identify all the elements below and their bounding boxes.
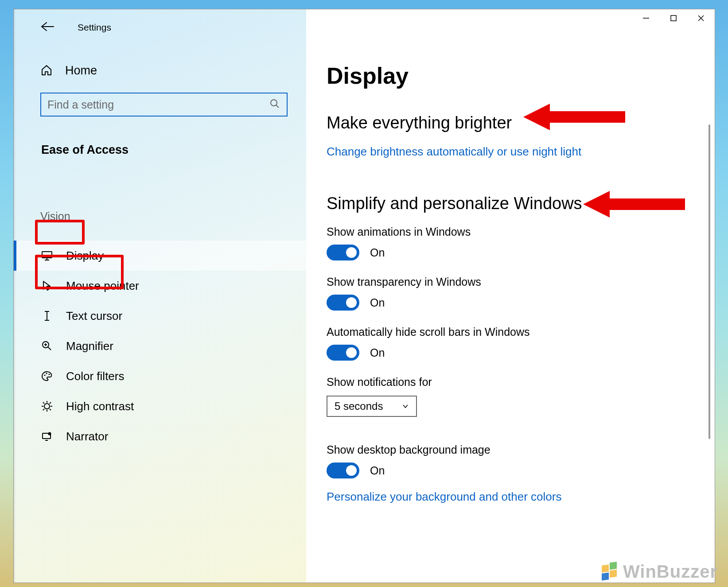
svg-line-7 xyxy=(48,347,51,350)
svg-line-21 xyxy=(50,402,51,404)
home-button[interactable]: Home xyxy=(14,33,306,78)
sidebar-item-label: Color filters xyxy=(66,369,124,383)
svg-point-0 xyxy=(271,100,277,106)
sidebar-item-color-filters[interactable]: Color filters xyxy=(14,361,306,391)
back-icon[interactable] xyxy=(40,22,55,33)
settings-window: Settings Home Ease of Access Vision Disp… xyxy=(13,9,715,583)
watermark-text: WinBuzzer xyxy=(623,562,717,582)
svg-point-13 xyxy=(44,404,50,409)
search-field[interactable] xyxy=(40,93,288,117)
palette-icon xyxy=(40,369,54,383)
svg-point-24 xyxy=(48,432,51,435)
svg-point-11 xyxy=(46,373,47,374)
sidebar-item-label: Text cursor xyxy=(66,309,122,323)
search-input[interactable] xyxy=(40,93,288,117)
minimize-button[interactable] xyxy=(632,9,660,27)
opt-bgimage-toggle[interactable] xyxy=(327,463,359,478)
opt-bgimage-state: On xyxy=(370,464,385,477)
svg-marker-29 xyxy=(523,104,625,130)
opt-bgimage-label: Show desktop background image xyxy=(327,443,715,456)
opt-notifications-dropdown[interactable]: 5 seconds xyxy=(327,396,417,417)
section-heading: Ease of Access xyxy=(41,143,306,157)
sidebar-item-high-contrast[interactable]: High contrast xyxy=(14,391,306,421)
narrator-icon xyxy=(40,430,54,443)
svg-line-20 xyxy=(43,409,44,410)
chevron-down-icon xyxy=(402,400,409,412)
watermark: WinBuzzer xyxy=(600,561,717,582)
home-label: Home xyxy=(65,64,97,78)
page-title: Display xyxy=(327,62,715,89)
home-icon xyxy=(40,64,53,78)
annotation-arrow xyxy=(583,189,685,220)
annotation-highlight xyxy=(35,220,85,245)
opt-scrollbars-toggle[interactable] xyxy=(327,345,359,361)
window-title: Settings xyxy=(78,22,111,33)
sidebar-item-label: Narrator xyxy=(66,430,108,443)
sidebar-item-label: Magnifier xyxy=(66,339,113,353)
svg-rect-32 xyxy=(610,562,617,570)
sidebar-item-text-cursor[interactable]: Text cursor xyxy=(14,301,306,331)
section-brighter-heading: Make everything brighter xyxy=(327,113,715,132)
svg-rect-26 xyxy=(671,16,676,21)
svg-rect-34 xyxy=(610,570,617,578)
annotation-arrow xyxy=(523,101,625,132)
sidebar-item-label: High contrast xyxy=(66,400,134,413)
sidebar-item-narrator[interactable]: Narrator xyxy=(14,421,306,451)
contrast-icon xyxy=(40,400,54,413)
opt-animations-state: On xyxy=(370,246,385,259)
content-pane: Display Make everything brighter Change … xyxy=(306,9,715,583)
svg-marker-30 xyxy=(583,191,685,218)
brightness-link[interactable]: Change brightness automatically or use n… xyxy=(327,145,581,159)
opt-notifications-label: Show notifications for xyxy=(327,376,715,389)
svg-line-1 xyxy=(276,105,279,108)
svg-line-18 xyxy=(43,402,44,404)
svg-point-12 xyxy=(48,373,50,375)
opt-transparency-state: On xyxy=(370,296,385,309)
opt-scrollbars-label: Automatically hide scroll bars in Window… xyxy=(327,326,715,338)
close-button[interactable] xyxy=(687,9,715,27)
sidebar-item-magnifier[interactable]: Magnifier xyxy=(14,331,306,361)
opt-transparency-toggle[interactable] xyxy=(327,295,359,311)
svg-rect-33 xyxy=(602,572,609,580)
opt-transparency-label: Show transparency in Windows xyxy=(327,276,715,288)
annotation-highlight xyxy=(35,255,124,289)
window-controls xyxy=(632,9,715,27)
opt-notifications-value: 5 seconds xyxy=(335,400,383,412)
maximize-button[interactable] xyxy=(660,9,687,27)
text-cursor-icon xyxy=(40,309,54,323)
scrollbar[interactable] xyxy=(709,124,710,439)
magnifier-icon xyxy=(40,339,54,353)
search-icon[interactable] xyxy=(270,99,280,111)
opt-scrollbars-state: On xyxy=(370,346,385,359)
opt-animations-label: Show animations in Windows xyxy=(327,225,715,238)
opt-animations-toggle[interactable] xyxy=(327,245,359,260)
svg-line-19 xyxy=(50,409,51,410)
personalize-link[interactable]: Personalize your background and other co… xyxy=(327,490,561,504)
svg-point-10 xyxy=(44,374,45,376)
svg-rect-31 xyxy=(602,564,609,572)
sidebar: Settings Home Ease of Access Vision Disp… xyxy=(14,9,306,583)
